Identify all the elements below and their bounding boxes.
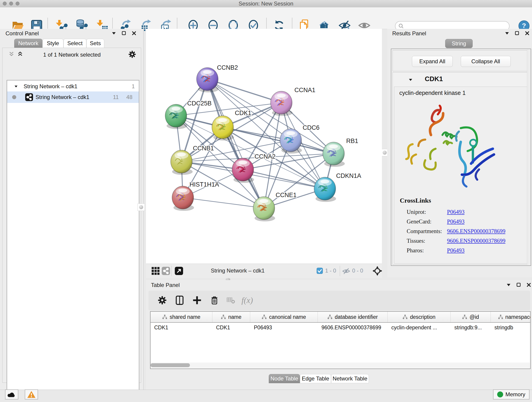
tab-select[interactable]: Select [63,39,86,48]
main-toolbar: ? [0,7,532,29]
delete-column-icon[interactable] [208,294,221,307]
warnings-button[interactable] [25,389,38,400]
network-node-CCNE1[interactable] [253,197,275,221]
network-node-CCNA2[interactable] [232,158,254,183]
tab-string[interactable]: String [445,39,473,48]
table-row[interactable]: CDK1CDK1P064939606.ENSP00000378699cyclin… [151,323,531,332]
node-label-CDC6: CDC6 [303,124,320,131]
crosslink-link[interactable]: 9606.ENSP00000378699 [447,228,505,235]
collapse-all-button[interactable]: Collapse All [461,56,511,67]
collapse-arrow-icon[interactable] [14,84,18,89]
network-node-CDC25B[interactable] [165,104,187,129]
panel-menu-icon[interactable] [506,282,511,287]
crosslink-link[interactable]: P06493 [447,209,464,215]
column-header-description[interactable]: description [388,312,451,322]
node-label-CCNA2: CCNA2 [254,153,276,160]
gear-icon[interactable] [128,50,136,58]
column-header-database-identifier[interactable]: database identifier [318,312,388,322]
panel-float-icon[interactable] [121,31,127,36]
results-scrollbar[interactable] [527,50,530,265]
select-columns-icon[interactable] [173,294,186,307]
cloud-button[interactable] [5,389,18,400]
column-type-icon [462,314,467,319]
column-type-icon [327,314,332,319]
node-label-CDC25B: CDC25B [187,100,212,107]
table-cell[interactable]: cyclin-dependent ... [388,325,451,331]
panel-menu-icon[interactable] [505,31,510,36]
left-splitter-handle[interactable] [138,204,145,211]
column-type-icon [162,314,167,319]
column-header-namespace[interactable]: namespace [491,312,531,322]
network-tree: String Network – cdk1 1 String Network –… [7,80,139,401]
search-input[interactable] [404,23,504,29]
panel-float-icon[interactable] [516,282,521,287]
column-header-at-id[interactable]: @id [451,312,491,322]
network-collection-row[interactable]: String Network – cdk1 1 [7,81,139,91]
gear-icon[interactable] [156,294,169,307]
tab-edge-table[interactable]: Edge Table [300,374,331,383]
crosslink-link[interactable]: P06493 [447,247,464,254]
column-type-icon [498,314,503,319]
crosslink-label: Uniprot: [407,209,447,215]
tab-network-table[interactable]: Network Table [331,374,369,383]
network-node-CCNB1[interactable] [171,150,193,175]
network-view-toolbar: String Network – cdk1 1 - 0 0 - 0 [146,264,382,278]
crosslink-link[interactable]: P06493 [447,218,464,225]
window-title: Session: New Session [0,0,532,7]
selected-checkbox-icon[interactable] [317,268,323,274]
table-cell[interactable]: stringdb:9... [451,325,491,331]
memory-status-dot [497,391,503,397]
panel-close-icon[interactable] [132,31,137,36]
open-in-window-icon[interactable] [175,267,183,275]
table-cell[interactable]: P06493 [250,325,318,331]
tab-style[interactable]: Style [42,39,63,48]
column-type-icon [221,314,226,319]
tab-sets[interactable]: Sets [86,39,104,48]
selected-node-edge-counts: 1 - 0 [325,268,336,274]
table-cell[interactable]: stringdb [491,325,531,331]
network-edges [176,79,334,208]
birds-eye-grid-icon[interactable] [151,267,160,275]
collapse-arrow-icon[interactable] [408,77,413,82]
add-column-icon[interactable] [191,294,203,307]
network-node-HIST1H1A[interactable] [172,186,194,211]
network-node-RB1[interactable] [323,142,345,167]
panel-menu-icon[interactable] [111,31,116,36]
network-node-CDC6[interactable] [280,129,302,153]
table-header-row: shared namenamecanonical namedatabase id… [151,312,531,323]
panel-float-icon[interactable] [515,31,520,36]
network-node-CDKN1A[interactable] [314,177,336,202]
table-cell[interactable]: 9606.ENSP00000378699 [318,325,388,331]
column-header-name[interactable]: name [212,312,250,322]
crosslink-link[interactable]: 9606.ENSP00000378699 [447,238,505,244]
results-button-box: Expand All Collapse All [393,50,530,71]
network-node-CCNB2[interactable] [196,68,219,92]
memory-label: Memory [505,391,525,398]
status-bar: Memory [0,390,532,402]
crosslink-row: Tissues:9606.ENSP00000378699 [407,238,523,244]
network-node-CCNA1[interactable] [271,91,293,116]
current-network-name: String Network – cdk1 [211,268,265,274]
network-node-CDK1[interactable] [212,116,234,140]
node-label-CCNB1: CCNB1 [193,145,214,152]
table-cell[interactable]: CDK1 [151,325,212,331]
column-type-icon [403,314,408,319]
string-badge-gray-icon[interactable] [162,267,170,275]
node-table[interactable]: shared namenamecanonical namedatabase id… [150,311,531,369]
tab-network[interactable]: Network [14,39,42,48]
tab-node-table[interactable]: Node Table [269,374,300,383]
column-header-canonical-name[interactable]: canonical name [250,312,318,322]
panel-close-icon[interactable] [526,282,531,287]
network-row-selected[interactable]: String Network – cdk1 11 48 [7,91,139,103]
network-view-canvas[interactable]: CCNB2CCNA1CDC25BCDK1CDC6RB1CCNB1CCNA2CDK… [146,29,382,264]
table-cell[interactable]: CDK1 [212,325,250,331]
panel-close-icon[interactable] [525,31,530,36]
node-label-RB1: RB1 [346,138,358,144]
search-icon [398,23,404,29]
column-header-shared-name[interactable]: shared name [151,312,212,322]
crosslink-label: GeneCard: [407,218,447,225]
table-horizontal-scrollbar[interactable] [151,363,530,368]
memory-button[interactable]: Memory [493,389,530,400]
crosshair-icon[interactable] [372,266,382,276]
expand-all-button[interactable]: Expand All [412,56,453,67]
